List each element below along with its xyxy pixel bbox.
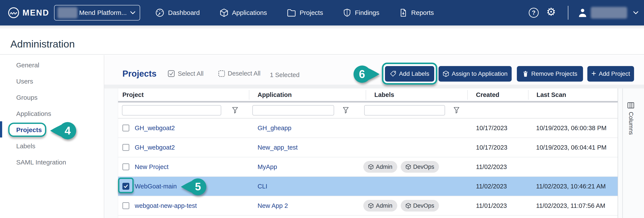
section-title: Projects — [122, 69, 156, 79]
main-content: Projects Select All Deselect All 1 Selec… — [104, 55, 644, 218]
column-separator — [366, 90, 366, 100]
project-link[interactable]: webgoat-new-app-test — [135, 196, 197, 215]
sidebar-item-groups[interactable]: Groups — [0, 89, 104, 106]
project-link[interactable]: New Project — [135, 157, 168, 176]
primary-nav: Dashboard Applications Projects Findings — [155, 0, 434, 25]
navbar-right: ? ⚙ — [526, 0, 644, 25]
chevron-down-icon — [130, 11, 135, 14]
row-checkbox[interactable] — [122, 183, 129, 190]
project-link[interactable]: GH_webgoat2 — [135, 138, 175, 157]
nav-item-dashboard[interactable]: Dashboard — [155, 8, 200, 17]
toolbar: Projects Select All Deselect All 1 Selec… — [104, 55, 644, 85]
columns-icon — [627, 102, 634, 109]
top-navbar: MEND Mend Platform... Dashboard Applicat… — [0, 0, 644, 25]
sidebar-item-saml-integration[interactable]: SAML Integration — [0, 154, 104, 170]
user-menu[interactable] — [578, 0, 638, 25]
help-icon[interactable]: ? — [529, 8, 539, 18]
redacted-org-name — [58, 7, 78, 18]
plus-icon: + — [592, 69, 596, 78]
nav-item-label: Findings — [355, 9, 379, 16]
column-header-last-scan[interactable]: Last Scan — [536, 89, 566, 101]
column-header-project[interactable]: Project — [122, 89, 144, 101]
label-badge: Admin — [363, 200, 397, 212]
tag-icon — [390, 71, 396, 77]
columns-panel-toggle[interactable]: Columns — [622, 89, 644, 218]
table-row: GH_webgoat2 New_app_test 10/17/2023 10/1… — [118, 138, 618, 157]
funnel-icon[interactable] — [454, 107, 459, 113]
sidebar-item-label: Projects — [16, 126, 42, 134]
deselect-all-button[interactable]: Deselect All — [218, 70, 260, 77]
trash-icon — [522, 71, 528, 77]
column-header-created[interactable]: Created — [476, 89, 499, 101]
add-labels-button[interactable]: Add Labels — [385, 66, 434, 82]
sidebar-item-label: Groups — [16, 94, 38, 101]
question-glyph: ? — [532, 9, 536, 16]
sidebar-item-label: Users — [16, 78, 33, 85]
step-6-badge: 6 — [352, 64, 380, 84]
column-header-labels[interactable]: Labels — [374, 89, 394, 101]
select-all-label: Select All — [178, 70, 204, 77]
row-checkbox[interactable] — [122, 202, 129, 209]
step-4-badge: 4 — [50, 120, 77, 141]
project-link[interactable]: GH_webgoat2 — [135, 118, 175, 137]
checkbox-checked-icon — [168, 70, 175, 77]
nav-item-label: Projects — [300, 9, 323, 16]
nav-item-applications[interactable]: Applications — [220, 8, 267, 17]
sidebar-item-general[interactable]: General — [0, 57, 104, 73]
columns-panel-label: Columns — [628, 112, 634, 135]
created-date: 11/01/2023 — [476, 196, 507, 215]
org-selector-label: Mend Platform... — [79, 9, 127, 16]
cube-icon — [368, 164, 374, 170]
application-link[interactable]: New_app_test — [258, 138, 298, 157]
cube-icon — [220, 8, 228, 17]
labels-filter-input[interactable] — [364, 105, 445, 115]
select-all-button[interactable]: Select All — [168, 70, 204, 77]
gear-icon[interactable]: ⚙ — [546, 6, 556, 17]
nav-item-reports[interactable]: Reports — [399, 8, 434, 17]
nav-item-label: Dashboard — [168, 9, 200, 16]
cube-icon — [368, 203, 374, 209]
column-separator — [249, 90, 249, 100]
toolbar-table-gap — [104, 85, 644, 89]
created-date: 11/02/2023 — [476, 157, 507, 176]
step-5-badge: 5 — [180, 177, 208, 197]
application-link[interactable]: CLI — [258, 177, 267, 196]
application-link[interactable]: MyApp — [258, 157, 277, 176]
last-scan-date: 10/19/2023, 06:04:41 PM — [536, 138, 606, 157]
column-header-application[interactable]: Application — [258, 89, 292, 101]
application-link[interactable]: New App 2 — [258, 196, 288, 215]
row-checkbox[interactable] — [122, 144, 129, 151]
project-filter-input[interactable] — [122, 105, 221, 115]
nav-item-label: Reports — [411, 9, 434, 16]
created-date: 10/17/2023 — [476, 118, 507, 137]
filter-row — [118, 103, 618, 118]
assign-to-application-button[interactable]: Assign to Application — [438, 66, 512, 82]
remove-projects-button[interactable]: Remove Projects — [517, 66, 583, 82]
label-text: DevOps — [413, 203, 434, 209]
application-link[interactable]: GH_gheapp — [258, 118, 291, 137]
table-row: New Project MyApp Admin DevOps 11/02/202… — [118, 157, 618, 177]
column-separator — [528, 90, 528, 100]
mend-logo: MEND — [8, 0, 49, 25]
nav-item-projects[interactable]: Projects — [287, 8, 323, 17]
application-filter-input[interactable] — [252, 105, 334, 115]
org-selector-dropdown[interactable]: Mend Platform... — [54, 5, 140, 20]
funnel-icon[interactable] — [343, 107, 348, 113]
cube-icon — [406, 164, 411, 170]
page-header: Administration — [0, 25, 644, 55]
active-item-indicator — [0, 121, 2, 137]
brand-name: MEND — [22, 8, 49, 17]
nav-item-findings[interactable]: Findings — [343, 8, 379, 17]
row-checkbox[interactable] — [122, 163, 129, 170]
projects-table: Project Application Labels Created Last … — [118, 89, 618, 218]
project-link[interactable]: WebGoat-main — [135, 177, 177, 196]
row-checkbox[interactable] — [122, 124, 129, 131]
admin-sidebar: General Users Groups Applications Projec… — [0, 55, 104, 218]
sidebar-item-users[interactable]: Users — [0, 73, 104, 89]
cube-icon — [443, 71, 449, 77]
funnel-icon[interactable] — [232, 107, 238, 113]
add-project-button[interactable]: + Add Project — [587, 66, 634, 82]
labels-cell: Admin DevOps — [363, 157, 439, 176]
sidebar-item-applications[interactable]: Applications — [0, 106, 104, 122]
labels-cell: Admin DevOps — [363, 196, 439, 215]
